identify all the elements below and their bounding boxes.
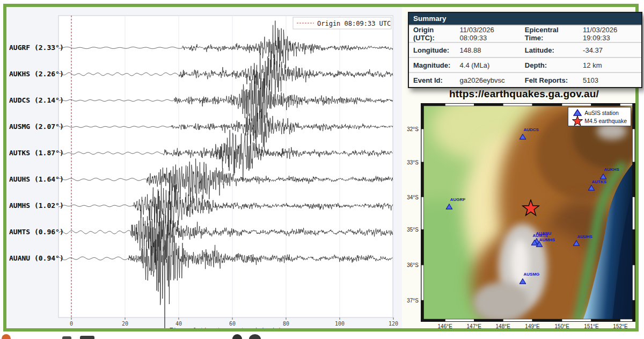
x-tick-label: 20 [122,321,128,327]
station-triangle-icon [600,174,607,179]
epicentral-time-value: 11/03/2026 19:09:33 [579,26,641,42]
table-row: Longitude: 148.88 Latitude: -34.37 [409,42,641,57]
depth-label: Depth: [521,57,579,73]
station-label-AUMHS: AUMHS (1.02°) [9,201,64,210]
legend-station-label: AuSIS station [584,110,627,116]
longitude-label: Longitude: [409,42,456,57]
lon-tick-label: 148°E [496,323,510,329]
station-triangle-icon [446,204,453,210]
earthquake-star-icon [522,199,540,217]
map-station-AUMHS: AUMHS [536,240,543,246]
earthquake-star-icon [572,116,583,126]
source-url-text: https://earthquakes.ga.gov.au/ [408,88,640,100]
cropped-icon [62,336,71,339]
station-map: 32°S33°S34°S35°S36°S37°S146°E147°E148°E1… [421,103,635,322]
station-triangle-icon [588,185,595,191]
lon-tick-label: 147°E [467,323,481,329]
station-code-label: AUDCS [524,127,539,132]
station-label-AUANU: AUANU (0.94°) [9,254,64,262]
station-label-AUDCS: AUDCS (2.14°) [9,96,64,104]
lat-tick-label: 37°S [407,298,419,304]
latitude-value: -34.37 [579,42,641,57]
station-label-AUGRF: AUGRF (2.33°) [9,44,64,52]
lat-tick-label: 36°S [407,262,419,268]
map-station-AUTKS: AUTKS [588,183,595,189]
seismogram-chart: 020406080100120Time relative to event or… [6,7,402,328]
station-label-AUUHS: AUUHS (1.64°) [9,175,64,183]
x-tick-label: 80 [283,321,289,327]
lat-tick-label: 35°S [407,227,419,233]
map-station-AUUHS: AUUHS [573,239,580,244]
summary-table-title: Summary [409,13,641,26]
lon-tick-label: 149°E [525,323,539,329]
magnitude-value: 4.4 (MLa) [456,57,521,73]
station-code-label: AUSMG [524,272,540,277]
map-station-AUKHS: AUKHS [600,172,607,178]
event-id-label: Event Id: [409,73,456,87]
longitude-value: 148.88 [456,42,521,57]
seismogram-plot-area [58,16,393,318]
x-tick-label: 120 [389,321,398,327]
summary-table: Summary Origin (UTC): 11/03/2026 08:09:3… [408,12,642,88]
map-station-AUSMG: AUSMG [519,277,526,283]
cropped-icon [232,334,242,339]
map-station-AUGRF: AUGRF [446,202,453,208]
station-triangle-icon [573,240,580,246]
origin-utc-label: Origin (UTC): [409,26,456,42]
depth-value: 12 km [579,57,641,73]
lat-tick-label: 34°S [407,194,419,200]
map-station-AUDCS: AUDCS [519,132,526,138]
table-row: Magnitude: 4.4 (MLa) Depth: 12 km [409,57,641,73]
station-code-label: AUGRF [450,197,465,202]
station-code-label: AUKHS [604,167,619,172]
table-row: Event Id: ga2026eybvsc Felt Reports: 510… [409,73,641,87]
x-tick-label: 60 [229,321,236,327]
station-triangle-icon [519,134,526,140]
map-markers: 32°S33°S34°S35°S36°S37°S146°E147°E148°E1… [421,103,635,322]
lon-tick-label: 146°E [438,323,452,329]
cropped-icon [80,336,94,339]
origin-utc-value: 11/03/2026 08:09:33 [456,26,521,42]
legend-earthquake-label: M4.5 earthquake [584,118,627,124]
x-axis-label: Time relative to event origin (s) [170,327,282,328]
lon-tick-label: 150°E [555,323,569,329]
epicentral-time-label: Epicentral Time: [521,26,579,42]
earthquake-epicenter-star [522,199,540,219]
station-code-label: AUMHS [539,237,555,242]
table-row: Origin (UTC): 11/03/2026 08:09:33 Epicen… [409,26,641,42]
cropped-icon [2,334,11,339]
felt-reports-label: Felt Reports: [521,73,579,87]
station-code-label: AUUHS [577,234,592,239]
station-code-label: AUTKS [592,179,607,184]
lon-tick-label: 152°E [613,323,627,329]
screen-share-green-frame: 020406080100120Time relative to event or… [3,4,639,331]
origin-legend-label: Origin 08:09:33 UTC [317,20,391,27]
x-tick-label: 0 [70,321,73,327]
lat-tick-label: 33°S [407,159,419,165]
station-label-AUTKS: AUTKS (1.87°) [9,149,64,157]
station-label-AUSMG: AUSMG (2.07°) [9,122,64,131]
dashboard: 020406080100120Time relative to event or… [6,7,635,328]
latitude-label: Latitude: [521,42,579,57]
cropped-icon [249,334,261,339]
screen-capture: 020406080100120Time relative to event or… [0,0,644,339]
felt-reports-value: 5103 [579,73,641,87]
x-tick-label: 40 [175,321,182,327]
event-id-value: ga2026eybvsc [456,73,521,87]
station-triangle-icon [519,278,526,284]
seismogram-panel: 020406080100120Time relative to event or… [6,7,402,328]
x-tick-label: 100 [335,321,345,327]
lon-tick-label: 151°E [584,323,598,329]
station-label-AUKHS: AUKHS (2.26°) [9,70,64,78]
map-legend: AuSIS station M4.5 earthquake [568,107,631,126]
magnitude-label: Magnitude: [409,57,456,73]
lat-tick-label: 32°S [407,126,419,132]
station-label-AUMTS: AUMTS (0.96°) [9,228,64,236]
